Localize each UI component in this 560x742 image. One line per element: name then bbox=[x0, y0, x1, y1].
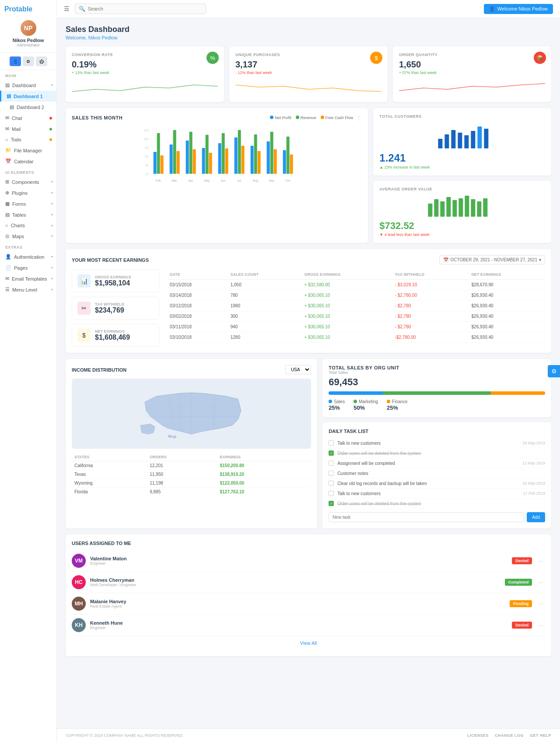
task-checkbox[interactable] bbox=[329, 481, 334, 486]
sidebar-item-filemanager[interactable]: 📁 File Manager bbox=[0, 145, 56, 156]
cell-sales: 780 bbox=[227, 290, 301, 301]
sidebar-item-todo[interactable]: ○ Todo bbox=[0, 134, 56, 145]
cell-gross: + $30,065.10 bbox=[301, 290, 392, 301]
user-more-button[interactable]: ··· bbox=[536, 557, 545, 564]
new-task-input[interactable] bbox=[329, 512, 524, 522]
sidebar-item-calendar[interactable]: 📅 Calendar bbox=[0, 156, 56, 167]
cell-earnings: $150,200.80 bbox=[217, 461, 312, 470]
view-all-button[interactable]: View All bbox=[72, 636, 545, 650]
sidebar-item-dashboard1[interactable]: ▤ Dashboard 1 bbox=[0, 91, 56, 102]
arrow-icon: ▾ bbox=[51, 202, 53, 206]
footer-link-help[interactable]: GET HELP bbox=[530, 733, 551, 738]
search-input[interactable] bbox=[88, 6, 202, 11]
sidebar-item-plugins[interactable]: ⊕ Plugins ▾ bbox=[0, 187, 56, 198]
task-text: Clear old log records and backup will be… bbox=[337, 481, 519, 486]
sidebar-item-dashboard2[interactable]: ▤ Dashboard 2 bbox=[0, 102, 56, 113]
user-info: Malanie Hanvey Real Estate Agent bbox=[90, 599, 505, 608]
sidebar-item-mail[interactable]: ✉ Mail bbox=[0, 123, 56, 134]
chat-dot bbox=[49, 117, 52, 120]
user-role: Engineer bbox=[90, 626, 508, 630]
sidebar-item-charts[interactable]: ○ Charts ▾ bbox=[0, 220, 56, 231]
cell-net: $28,670.90 bbox=[468, 280, 545, 290]
cell-net: $26,930.40 bbox=[468, 311, 545, 322]
sidebar-item-pages[interactable]: 📄 Pages ▾ bbox=[0, 262, 56, 273]
svg-rect-37 bbox=[287, 137, 290, 174]
arrow-icon: ▾ bbox=[51, 266, 53, 270]
power-icon-btn[interactable]: ⏻ bbox=[36, 56, 47, 66]
footer-link-changelog[interactable]: CHANGE LOG bbox=[495, 733, 524, 738]
cell-orders: 11,198 bbox=[147, 479, 217, 488]
user-info: Kenneth Hune Engineer bbox=[90, 620, 508, 630]
task-checkbox[interactable]: ✓ bbox=[329, 450, 334, 456]
sidebar-item-chat[interactable]: ✉ Chat bbox=[0, 113, 56, 123]
user-more-button[interactable]: ··· bbox=[536, 579, 545, 586]
user-more-button[interactable]: ··· bbox=[536, 600, 545, 607]
user-icon-btn[interactable]: 👤 bbox=[10, 56, 21, 66]
stat-card-purchases: UNIQUE PURCHASES $ 3,137 - 12% than last… bbox=[229, 46, 388, 102]
sales-breakdown: Sales 25% Marketing 50% Finance 25% bbox=[329, 398, 545, 411]
footer-link-licenses[interactable]: LICENSES bbox=[467, 733, 489, 738]
add-task-button[interactable]: Add bbox=[527, 512, 545, 522]
arrow-icon: ▾ bbox=[51, 83, 53, 87]
user-more-button[interactable]: ··· bbox=[536, 622, 545, 629]
svg-text:120: 120 bbox=[144, 129, 149, 132]
task-input-row: Add bbox=[329, 512, 545, 522]
country-select[interactable]: USA bbox=[285, 365, 311, 374]
sidebar-item-menu-level[interactable]: ☰ Menu Level ▾ bbox=[0, 284, 56, 295]
sidebar-item-maps[interactable]: ◎ Maps ▾ bbox=[0, 231, 56, 242]
task-checkbox[interactable] bbox=[329, 471, 334, 476]
settings-sidebar-button[interactable]: ⚙ bbox=[548, 365, 560, 377]
chart-menu-icon[interactable]: ⋮ bbox=[356, 114, 362, 121]
task-checkbox[interactable]: ✓ bbox=[329, 501, 334, 506]
task-text: Talk to new customers bbox=[337, 491, 519, 496]
cell-date: 03/14/2018 bbox=[166, 290, 227, 301]
purchases-icon: $ bbox=[370, 52, 382, 64]
date-picker-button[interactable]: 📅 OCTOBER 29, 2021 - NOVEMBER 27, 2021 ▾ bbox=[439, 255, 545, 264]
task-checkbox[interactable] bbox=[329, 491, 334, 496]
col-net: NET EARNINGS bbox=[468, 270, 545, 280]
list-item: ✓ Older users will be deleted from the s… bbox=[329, 499, 545, 509]
svg-rect-51 bbox=[458, 133, 462, 148]
user-role: Real Estate Agent bbox=[90, 604, 505, 608]
tax-withheld-card: ✂ TAX WITHHELD $234,769 bbox=[72, 297, 159, 320]
plugins-icon: ⊕ bbox=[5, 190, 9, 196]
menu-icon: ☰ bbox=[5, 287, 10, 292]
task-checkbox[interactable] bbox=[329, 461, 334, 466]
list-item: Talk to new customers 18 May 2019 bbox=[329, 438, 545, 448]
task-title: DAILY TASK LIST bbox=[329, 429, 545, 434]
mail-dot bbox=[49, 128, 52, 130]
col-orders: ORDERS bbox=[147, 453, 217, 461]
task-date: 16 May 2019 bbox=[522, 481, 545, 485]
task-checkbox[interactable] bbox=[329, 440, 334, 446]
dashboard1-icon: ▤ bbox=[7, 93, 11, 99]
welcome-button[interactable]: 👤 Welcome Nikos Pedlow bbox=[484, 4, 553, 14]
stat-card-value: 0.19% bbox=[72, 60, 218, 70]
svg-rect-62 bbox=[465, 196, 469, 217]
net-earnings-card: $ NET EARNINGS $1,608,469 bbox=[72, 324, 159, 347]
cell-date: 03/02/2018 bbox=[166, 311, 227, 322]
auth-icon: 👤 bbox=[5, 254, 11, 260]
sidebar-item-dashboard[interactable]: ▤ Dashboard ▾ bbox=[0, 80, 56, 91]
svg-rect-52 bbox=[465, 135, 469, 148]
list-item: Clear old log records and backup will be… bbox=[329, 478, 545, 489]
cell-gross: + $30,065.10 bbox=[301, 301, 392, 311]
forms-icon: ▦ bbox=[5, 201, 10, 207]
sidebar-item-email-templates[interactable]: ✉ Email Templates ▾ bbox=[0, 273, 56, 284]
arrow-icon: ▾ bbox=[51, 277, 53, 281]
svg-text:Jun: Jun bbox=[220, 179, 225, 182]
svg-rect-49 bbox=[445, 134, 449, 148]
menu-hamburger-icon[interactable]: ☰ bbox=[64, 5, 70, 12]
copyright: COPYRIGHT © 2019 COMPANY NAME ALL RIGHTS… bbox=[66, 733, 183, 738]
sidebar-item-forms[interactable]: ▦ Forms ▾ bbox=[0, 198, 56, 209]
sidebar-item-authentication[interactable]: 👤 Authentication ▾ bbox=[0, 251, 56, 262]
cell-orders: 12,201 bbox=[147, 461, 217, 470]
sidebar-item-components[interactable]: ⊞ Components ▾ bbox=[0, 176, 56, 187]
svg-rect-57 bbox=[434, 199, 439, 217]
settings-icon-btn[interactable]: ⚙ bbox=[23, 56, 34, 66]
stat-cards-row: CONVERSION RATE % 0.19% + 13% than last … bbox=[66, 46, 551, 102]
earnings-title: YOUR MOST RECENT EARNINGS bbox=[72, 257, 149, 263]
col-tax: TAX WITHHELD bbox=[392, 270, 468, 280]
stat-card-change: + 13% than last week bbox=[72, 70, 218, 75]
sidebar-item-tables[interactable]: ▤ Tables ▾ bbox=[0, 209, 56, 220]
svg-rect-26 bbox=[225, 148, 228, 174]
